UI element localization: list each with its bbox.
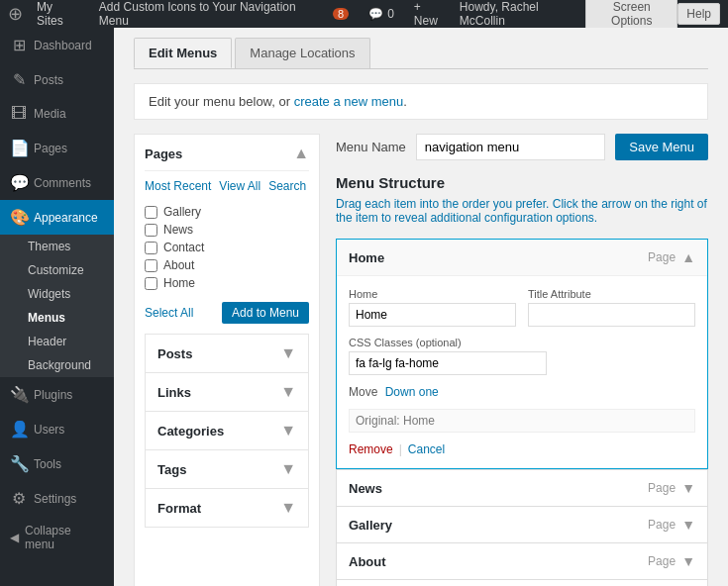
tab-most-recent[interactable]: Most Recent <box>145 179 211 193</box>
main-content: Edit Menus Manage Locations Edit your me… <box>114 28 728 586</box>
sidebar-item-pages[interactable]: 📄 Pages <box>0 131 114 165</box>
menu-name-label: Menu Name <box>336 140 406 154</box>
accordion-format-header[interactable]: Format ▼ <box>146 489 308 527</box>
menu-name-row: Menu Name Save Menu <box>336 134 708 160</box>
move-row: Move Down one <box>349 385 695 399</box>
sidebar-item-customize[interactable]: Customize <box>0 258 114 282</box>
original-row <box>349 409 695 433</box>
sidebar-item-widgets[interactable]: Widgets <box>0 282 114 306</box>
page-item-news[interactable]: News <box>145 221 309 239</box>
accordion-links-header[interactable]: Links ▼ <box>146 373 308 411</box>
admin-bar: ⊕ My Sites Add Custom Icons to Your Navi… <box>0 0 728 28</box>
collapse-menu[interactable]: ◀ Collapse menu <box>0 516 114 559</box>
menu-item-gallery: Gallery Page ▼ <box>336 506 708 543</box>
tools-icon: 🔧 <box>10 454 28 473</box>
pages-panel-tabs: Most Recent View All Search <box>145 179 309 193</box>
page-checkbox-about[interactable] <box>145 259 157 272</box>
sidebar-item-dashboard[interactable]: ⊞ Dashboard <box>0 28 114 62</box>
nav-label-title-row: Home Title Attribute <box>349 288 695 327</box>
sidebar-item-plugins[interactable]: 🔌 Plugins <box>0 377 114 412</box>
sidebar-label-comments: Comments <box>34 176 91 190</box>
page-item-gallery[interactable]: Gallery <box>145 203 309 221</box>
appearance-submenu: Themes Customize Widgets Menus Header Ba… <box>0 235 114 377</box>
sidebar-label-posts: Posts <box>34 73 63 87</box>
comments-menu[interactable]: 💬 0 <box>363 0 400 28</box>
tab-manage-locations[interactable]: Manage Locations <box>235 38 369 68</box>
move-label: Move <box>349 385 377 399</box>
page-item-about[interactable]: About <box>145 256 309 274</box>
pages-panel-collapse[interactable]: ▲ <box>293 145 309 162</box>
sidebar-label-dashboard: Dashboard <box>34 39 92 52</box>
remove-link[interactable]: Remove <box>349 442 393 456</box>
accordion-links-arrow: ▼ <box>280 383 296 401</box>
menu-item-gallery-header[interactable]: Gallery Page ▼ <box>337 507 707 542</box>
menu-item-gallery-type: Page <box>648 518 676 532</box>
sidebar-item-header[interactable]: Header <box>0 330 114 353</box>
accordion-categories-header[interactable]: Categories ▼ <box>146 412 308 449</box>
sidebar-item-media[interactable]: 🎞 Media <box>0 97 114 131</box>
css-classes-group: CSS Classes (optional) <box>349 337 695 375</box>
nav-label-group: Home <box>349 288 516 327</box>
page-checkbox-gallery[interactable] <box>145 206 157 219</box>
sidebar-item-menus[interactable]: Menus <box>0 306 114 330</box>
page-checkbox-contact[interactable] <box>145 242 157 254</box>
accordion-categories: Categories ▼ <box>145 411 309 450</box>
sidebar-item-settings[interactable]: ⚙ Settings <box>0 481 114 516</box>
sidebar-item-appearance[interactable]: 🎨 Appearance <box>0 200 114 235</box>
accordion-links: Links ▼ <box>145 372 309 412</box>
dashboard-icon: ⊞ <box>10 36 28 54</box>
css-classes-input[interactable] <box>349 351 547 375</box>
cancel-link[interactable]: Cancel <box>408 442 445 456</box>
tab-search[interactable]: Search <box>268 179 306 193</box>
menu-item-home-title: Home <box>349 250 648 265</box>
save-menu-button[interactable]: Save Menu <box>615 134 708 160</box>
pages-icon: 📄 <box>10 139 28 157</box>
menu-item-about-header[interactable]: About Page ▼ <box>337 543 707 579</box>
title-attr-group: Title Attribute <box>528 288 695 327</box>
new-content-menu[interactable]: + New <box>408 0 452 28</box>
menu-item-about-title: About <box>349 554 648 569</box>
sidebar-item-comments[interactable]: 💬 Comments <box>0 165 114 200</box>
page-item-home[interactable]: Home <box>145 274 309 292</box>
sidebar-item-posts[interactable]: ✎ Posts <box>0 62 114 97</box>
page-item-contact[interactable]: Contact <box>145 239 309 256</box>
sidebar-label-appearance: Appearance <box>34 211 98 225</box>
accordion-format-arrow: ▼ <box>280 499 296 517</box>
my-sites-menu[interactable]: My Sites <box>31 0 85 28</box>
tab-view-all[interactable]: View All <box>219 179 260 193</box>
create-new-menu-link[interactable]: create a new menu <box>294 94 404 109</box>
title-attr-input[interactable] <box>528 303 695 327</box>
pages-panel-title: Pages ▲ <box>145 145 309 171</box>
sidebar-item-tools[interactable]: 🔧 Tools <box>0 446 114 481</box>
accordion-posts-header[interactable]: Posts ▼ <box>146 335 308 372</box>
updates-count[interactable]: 8 <box>327 0 355 28</box>
tab-edit-menus[interactable]: Edit Menus <box>134 38 232 68</box>
collapse-label: Collapse menu <box>25 524 104 551</box>
posts-icon: ✎ <box>10 70 28 89</box>
page-label-gallery: Gallery <box>163 205 201 219</box>
menu-item-news-header[interactable]: News Page ▼ <box>337 470 707 506</box>
site-name-menu[interactable]: Add Custom Icons to Your Navigation Menu <box>93 0 319 28</box>
menu-item-home-header[interactable]: Home Page ▲ <box>337 240 707 276</box>
select-all-link[interactable]: Select All <box>145 306 193 320</box>
nav-label-input[interactable] <box>349 303 516 327</box>
accordion-tags-arrow: ▼ <box>280 460 296 478</box>
move-down-link[interactable]: Down one <box>385 385 439 399</box>
help-button[interactable]: Help <box>677 3 720 25</box>
wp-logo[interactable]: ⊕ <box>8 3 23 25</box>
menu-item-about: About Page ▼ <box>336 542 708 580</box>
menu-name-input[interactable] <box>416 134 605 160</box>
comments-icon: 💬 <box>10 173 28 192</box>
sidebar-item-themes[interactable]: Themes <box>0 235 114 258</box>
accordion-tags-header[interactable]: Tags ▼ <box>146 450 308 488</box>
sidebar-label-users: Users <box>34 423 64 437</box>
add-to-menu-button[interactable]: Add to Menu <box>222 302 309 324</box>
sidebar-item-background[interactable]: Background <box>0 353 114 377</box>
item-actions: Remove | Cancel <box>349 442 695 456</box>
sidebar-item-users[interactable]: 👤 Users <box>0 412 114 446</box>
page-checkbox-home[interactable] <box>145 277 157 290</box>
page-label-home: Home <box>163 276 195 290</box>
page-checkbox-news[interactable] <box>145 224 157 237</box>
menu-item-contact-header[interactable]: Contact Page ▼ <box>337 580 707 586</box>
sidebar-label-tools: Tools <box>34 457 61 471</box>
